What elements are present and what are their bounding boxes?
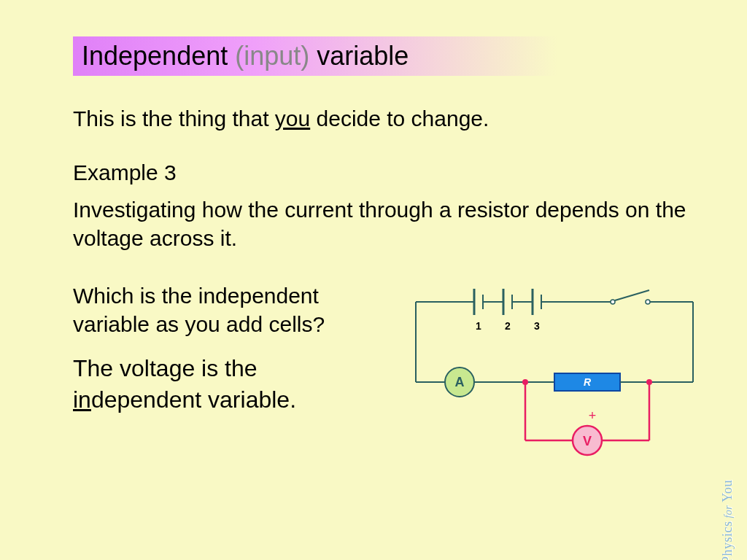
title-part3: variable (309, 41, 409, 71)
intro-text: This is the thing that you decide to cha… (73, 105, 703, 133)
voltmeter-label: V (583, 434, 592, 448)
ammeter-label: A (455, 375, 465, 389)
question-text: Which is the independent variable as you… (73, 281, 387, 338)
watermark: Physics for You (720, 480, 735, 560)
watermark-brand: Physics (720, 521, 735, 560)
watermark-suffix: You (720, 480, 735, 502)
cell-label-2: 2 (505, 320, 511, 332)
svg-point-10 (611, 300, 615, 304)
intro-post: decide to change. (310, 106, 489, 131)
example-text: Investigating how the current through a … (73, 195, 703, 252)
circuit-diagram: A R V + 1 2 3 (401, 281, 703, 471)
cell-label-1: 1 (476, 320, 481, 332)
answer-text: The voltage is the independent variable. (73, 353, 387, 416)
cell-label-3: 3 (534, 320, 540, 332)
title-part1: Independent (82, 41, 235, 71)
title-part2: (input) (235, 41, 309, 71)
answer-underlined: in (73, 386, 91, 413)
intro-underlined: you (275, 106, 310, 131)
intro-pre: This is the thing that (73, 106, 275, 131)
voltmeter-plus: + (589, 408, 597, 423)
watermark-mid: for (723, 502, 734, 521)
answer-post: dependent variable. (91, 386, 296, 413)
answer-pre: The voltage is the (73, 355, 258, 381)
svg-line-11 (615, 290, 649, 300)
slide-title: Independent (input) variable (73, 36, 678, 76)
svg-point-12 (646, 300, 650, 304)
example-label: Example 3 (73, 160, 703, 185)
resistor-label: R (584, 376, 592, 388)
